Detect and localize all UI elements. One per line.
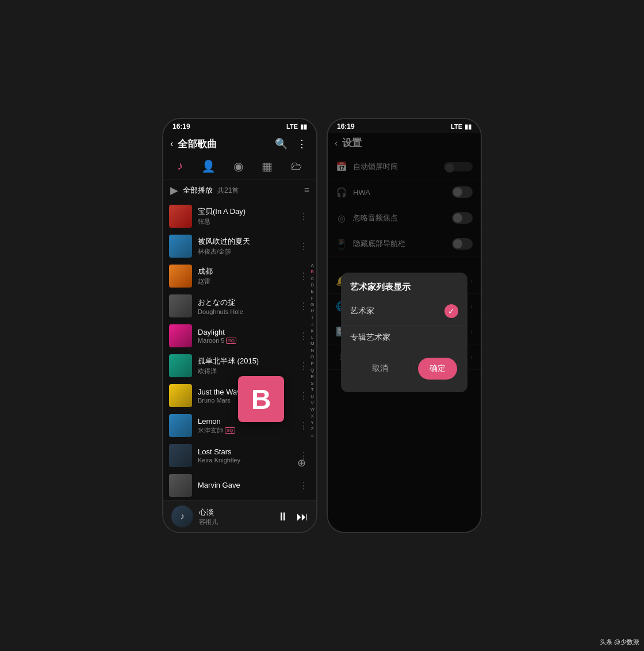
- alpha-J[interactable]: J: [310, 321, 315, 327]
- tab-folders[interactable]: ▦: [257, 158, 277, 174]
- page-title: 全部歌曲: [178, 137, 268, 151]
- battery-left: ▮▮: [300, 123, 307, 131]
- song-item[interactable]: 宝贝(In A Day) 张悬 ⋮: [163, 201, 316, 231]
- music-app: ‹ 全部歌曲 🔍 ⋮ ♪ 👤 ◉ ▦ 🗁 ▶ 全部播放 共21首 ≡: [163, 133, 316, 532]
- sort-icon[interactable]: ≡: [304, 185, 309, 196]
- left-phone: 16:19 LTE ▮▮ ‹ 全部歌曲 🔍 ⋮ ♪ 👤 ◉ ▦ 🗁: [162, 118, 317, 533]
- battery-right: ▮▮: [465, 123, 471, 131]
- status-bar-right: 16:19 LTE ▮▮: [328, 119, 481, 133]
- alpha-A[interactable]: A: [310, 263, 315, 269]
- song-artist: 欧得洋: [198, 367, 291, 376]
- status-bar-left: 16:19 LTE ▮▮: [163, 119, 316, 133]
- dialog-option-artist-label: 艺术家: [350, 306, 444, 316]
- signal-right: LTE: [451, 123, 462, 130]
- dialog-option-album-artist[interactable]: 专辑艺术家: [341, 326, 467, 350]
- more-button[interactable]: ⋮: [294, 136, 309, 151]
- music-header: ‹ 全部歌曲 🔍 ⋮: [163, 133, 316, 156]
- dialog-option-artist[interactable]: 艺术家 ✓: [341, 297, 467, 326]
- play-all-bar[interactable]: ▶ 全部播放 共21首 ≡: [163, 179, 316, 201]
- dialog-buttons: 取消 确定: [341, 350, 467, 392]
- alpha-Z[interactable]: Z: [310, 426, 315, 432]
- song-artist: 张悬: [198, 217, 291, 226]
- alpha-R[interactable]: R: [310, 374, 315, 380]
- alphabet-index[interactable]: A B C D E F G H I J K L M N O P Q: [308, 201, 316, 500]
- tab-files[interactable]: 🗁: [286, 158, 307, 174]
- time-left: 16:19: [172, 122, 190, 131]
- song-list: 宝贝(In A Day) 张悬 ⋮ 被风吹过的夏天 林俊杰/金莎 ⋮: [163, 201, 316, 500]
- song-artist: Doughnuts Hole: [198, 308, 291, 315]
- sq-badge: SQ: [226, 338, 236, 344]
- dialog-box: 艺术家列表显示 艺术家 ✓ 专辑艺术家 取消 确定: [341, 273, 467, 392]
- alpha-K[interactable]: K: [310, 328, 315, 334]
- song-title: おとなの掟: [198, 297, 291, 308]
- alpha-G[interactable]: G: [310, 302, 315, 308]
- song-thumbnail: [169, 235, 192, 258]
- target-icon: ⊕: [297, 457, 306, 469]
- song-title: 宝贝(In A Day): [198, 206, 291, 217]
- tab-artists[interactable]: 👤: [197, 158, 220, 174]
- song-item[interactable]: おとなの掟 Doughnuts Hole ⋮: [163, 291, 316, 321]
- search-button[interactable]: 🔍: [273, 136, 290, 151]
- alpha-E[interactable]: E: [310, 289, 315, 294]
- alpha-W[interactable]: W: [310, 407, 315, 412]
- alpha-Y[interactable]: Y: [310, 420, 315, 426]
- settings-app: ‹ 设置 📅 自动锁屏时间 🎧 HWA ◎ 忽略音频焦点: [328, 133, 481, 532]
- song-artist: Keira Knightley: [198, 457, 291, 464]
- tab-albums[interactable]: ◉: [229, 158, 248, 174]
- dialog-check-artist: ✓: [444, 304, 458, 318]
- song-artist: 林俊杰/金莎: [198, 247, 291, 256]
- song-thumbnail: [169, 414, 192, 437]
- pause-button[interactable]: ⏸: [277, 510, 289, 523]
- alpha-F[interactable]: F: [310, 296, 315, 301]
- song-title: Marvin Gave: [198, 481, 291, 489]
- watermark: 头条 @少数派: [600, 638, 639, 646]
- alpha-C[interactable]: C: [310, 276, 315, 282]
- alpha-Q[interactable]: Q: [310, 367, 315, 373]
- song-title: 孤单北半球 (2015): [198, 356, 291, 366]
- tab-bar: ♪ 👤 ◉ ▦ 🗁: [163, 156, 316, 179]
- alpha-H[interactable]: H: [310, 308, 315, 314]
- time-right: 16:19: [337, 122, 355, 131]
- alpha-X[interactable]: X: [310, 413, 315, 419]
- play-all-label: 全部播放: [183, 185, 213, 196]
- back-button[interactable]: ‹: [170, 139, 173, 149]
- player-controls: ⏸ ⏭: [277, 510, 308, 523]
- dialog-title: 艺术家列表显示: [341, 273, 467, 297]
- song-item[interactable]: Daylight Maroon 5 SQ ⋮: [163, 321, 316, 351]
- play-all-icon: ▶: [170, 184, 178, 197]
- song-item[interactable]: Lost Stars Keira Knightley ⋮ ⊕: [163, 441, 316, 470]
- song-count: 共21首: [217, 186, 239, 196]
- alpha-P[interactable]: P: [310, 361, 315, 367]
- alpha-hash[interactable]: #: [310, 433, 315, 439]
- right-phone: 16:19 LTE ▮▮ ‹ 设置 📅 自动锁屏时间 🎧: [327, 118, 482, 533]
- next-button[interactable]: ⏭: [297, 510, 308, 523]
- dialog-confirm-button[interactable]: 确定: [418, 358, 457, 380]
- alpha-M[interactable]: M: [310, 341, 315, 347]
- alpha-D[interactable]: D: [310, 282, 315, 288]
- song-item[interactable]: Marvin Gave ⋮: [163, 470, 316, 500]
- song-artist: 赵雷: [198, 277, 291, 286]
- sq-badge: SQ: [225, 427, 235, 434]
- player-bar[interactable]: ♪ 心淡 容祖儿 ⏸ ⏭: [163, 500, 316, 532]
- song-thumbnail: [169, 354, 192, 377]
- dialog-cancel-button[interactable]: 取消: [347, 355, 413, 382]
- song-thumbnail: [169, 444, 192, 467]
- alpha-O[interactable]: O: [310, 354, 315, 360]
- song-title: 被风吹过的夏天: [198, 236, 291, 247]
- song-title: 成都: [198, 266, 291, 277]
- alpha-I[interactable]: I: [310, 315, 315, 321]
- alpha-U[interactable]: U: [310, 394, 315, 400]
- song-item[interactable]: 被风吹过的夏天 林俊杰/金莎 ⋮: [163, 231, 316, 261]
- alpha-L[interactable]: L: [310, 335, 315, 340]
- dialog-overlay: 艺术家列表显示 艺术家 ✓ 专辑艺术家 取消 确定: [328, 133, 481, 532]
- tab-songs[interactable]: ♪: [172, 158, 187, 174]
- player-thumbnail: ♪: [171, 506, 193, 527]
- alpha-S[interactable]: S: [310, 381, 315, 386]
- alpha-B[interactable]: B: [310, 269, 315, 275]
- player-artist: 容祖儿: [199, 518, 271, 526]
- alpha-V[interactable]: V: [310, 400, 315, 406]
- alpha-T[interactable]: T: [310, 387, 315, 393]
- song-artist: 米津玄師 SQ: [198, 426, 291, 435]
- song-item[interactable]: 成都 赵雷 ⋮ B: [163, 261, 316, 291]
- alpha-N[interactable]: N: [310, 348, 315, 354]
